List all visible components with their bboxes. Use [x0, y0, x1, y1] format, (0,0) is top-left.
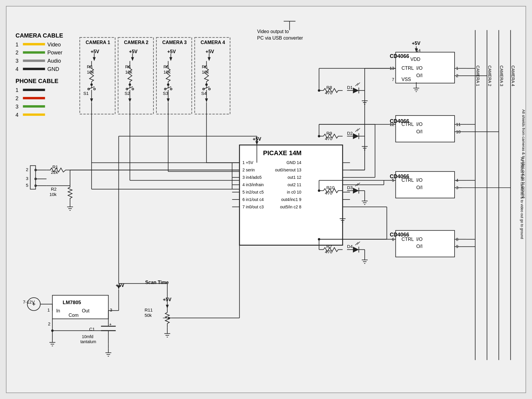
cam3-5v: +5V [167, 49, 176, 54]
s4-label: S4 [201, 91, 207, 96]
cd4066-top-label-vss: VSS [402, 77, 411, 82]
picaxe-pin6: 6 in1/out c4 [242, 197, 264, 202]
d4-label: D4 [347, 244, 353, 249]
r11-label: R11 [145, 307, 153, 312]
legend-4-label: 4 [16, 66, 19, 72]
cam2-bus-label: CAMERA 2 [487, 65, 492, 86]
lm7805-box [52, 295, 108, 319]
pin2-label: 2 [26, 167, 28, 172]
picaxe-pin10: in c0 10 [287, 190, 301, 194]
d1-label: D1 [347, 85, 353, 90]
s1-label: S1 [83, 91, 89, 96]
picaxe-pin4: 4 in3/infrain [242, 182, 264, 187]
lm7805-pin3: 3 [110, 307, 112, 312]
svg-point-198 [167, 83, 169, 86]
cam4-bus-label: CAMERA 4 [511, 65, 515, 86]
svg-point-201 [318, 135, 320, 137]
cd4066-top-label-vdd: VDD [411, 57, 421, 62]
legend-1-label: 1 [16, 42, 19, 48]
vdd-5v: +5V [412, 41, 420, 46]
svg-point-202 [318, 189, 320, 192]
c1-val2: tantalum [80, 340, 96, 344]
c1-val1: 10mfd [82, 334, 93, 339]
picaxe-pin3: 3 in4/ado5 [242, 175, 262, 180]
picaxe-pin8: out5/in c2 8 [280, 205, 301, 209]
video-output-label: Video output to [257, 29, 289, 34]
picaxe-pin1: 1 +5V [242, 160, 254, 165]
picaxe-title: PICAXE 14M [263, 149, 301, 157]
cd4066-top-label-ctrl: CTRL [402, 66, 414, 71]
r1-label: R1 [52, 164, 58, 169]
cd4066-mid-oi: O/I [416, 129, 422, 134]
phone-cable-title: PHONE CABLE [16, 78, 59, 84]
lm7805-label: LM7805 [63, 300, 81, 305]
phone-2-label: 2 [16, 95, 19, 101]
lm7805-pin1: 1 [47, 307, 50, 312]
d2-label: D2 [347, 131, 353, 136]
pin3-label: 3 [26, 176, 28, 181]
r11-val: 50k [145, 313, 152, 318]
lm7805-out: Out [82, 308, 90, 313]
picaxe-pin11: out2 11 [288, 182, 301, 187]
legend-audio: Audio [47, 58, 61, 64]
lm7805-pin2: 2 [48, 321, 50, 326]
svg-point-196 [90, 83, 93, 86]
cd4066-top-title: CD4066 [390, 53, 409, 59]
r2-label: R2 [51, 186, 56, 192]
legend-power: Power [47, 50, 62, 56]
s3-label: S3 [163, 91, 168, 96]
camera4-title: CAMERA 4 [201, 40, 225, 45]
phone-1-label: 1 [16, 87, 19, 93]
top-pin7: 7 [392, 77, 394, 82]
shields-label: All shields from cameras & to video out … [520, 157, 524, 239]
picaxe-pin13: out0/serout 13 [275, 168, 301, 172]
picaxe-pin2: 2 serin [242, 168, 255, 172]
legend-video: Video [47, 42, 61, 48]
camera2-title: CAMERA 2 [124, 40, 148, 45]
scan-time-label: Scan Time [145, 280, 169, 285]
d3-label: D3 [347, 185, 353, 190]
cd4066-bot-oi: O/I [416, 244, 422, 249]
pin5-label: 5 [26, 183, 28, 188]
camera-cable-title: CAMERA CABLE [16, 32, 63, 39]
picaxe-pin7: 7 in0/out c3 [242, 205, 264, 209]
svg-point-199 [205, 83, 208, 86]
svg-point-203 [318, 238, 320, 241]
svg-point-197 [129, 83, 131, 86]
lm7805-com: Com [69, 313, 79, 318]
camera1-title: CAMERA 1 [86, 40, 110, 45]
phone-4-label: 4 [16, 112, 19, 118]
cd4066-top-label-io: I/O [416, 66, 422, 71]
legend-gnd: GND [47, 66, 59, 72]
svg-point-200 [318, 89, 320, 92]
cam1-5v: +5V [91, 49, 99, 54]
r2-val: 10k [49, 192, 57, 197]
cap-plus: + [109, 322, 112, 327]
cam4-5v: +5V [206, 49, 214, 54]
phone-3-label: 3 [16, 104, 19, 110]
lm7805-in: In [56, 308, 60, 313]
cd4066-mid-io: I/O [416, 122, 422, 127]
cd4066-top-label-oi: O/I [416, 73, 422, 78]
cam2-5v: +5V [129, 49, 137, 54]
video-output-label2: PC via USB converter [257, 35, 303, 40]
picaxe-pin12: out1 12 [288, 175, 301, 180]
cam3-bus-label: CAMERA 3 [499, 65, 504, 86]
s2-label: S2 [124, 91, 130, 96]
cd4066-bot-io: I/O [416, 237, 422, 242]
cd4066-lm-oi: O/I [416, 185, 422, 190]
legend-3-label: 3 [16, 58, 19, 64]
picaxe-pin9: out4/inc1 9 [281, 197, 301, 202]
input-voltage-label: 7-12V [23, 299, 35, 304]
legend-2-label: 2 [16, 50, 19, 56]
cd4066-lm-io: I/O [416, 178, 422, 183]
camera3-title: CAMERA 3 [162, 40, 187, 45]
picaxe-pin5: 5 in2/out c5 [242, 190, 264, 194]
picaxe-pin14: GND 14 [286, 160, 301, 165]
circuit-diagram: CAMERA CABLE 1 Video 2 Power 3 Audio 4 G… [6, 6, 526, 393]
pin14-num: 14 [416, 48, 420, 53]
r10-label: R10 [326, 185, 334, 190]
